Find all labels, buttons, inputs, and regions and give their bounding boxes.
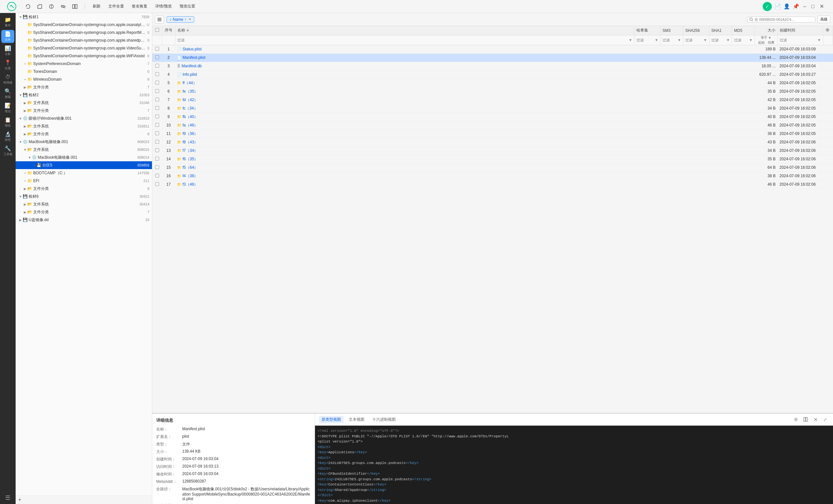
maximize-btn[interactable]: □ [810, 4, 816, 9]
tree-item[interactable]: + 📁 BOOTCAMP（C:） 147936 [16, 169, 152, 177]
tree-item[interactable]: – 💾 分区5 659859 [16, 161, 152, 169]
tree-item[interactable]: 📁 SysSharedContainerDomain-systemgroup.c… [16, 21, 152, 29]
tree-toggle[interactable]: ▶ [23, 101, 27, 105]
sidebar-item-search[interactable]: 🔍 搜索 [1, 87, 14, 100]
user-icon[interactable]: 👤 [784, 3, 790, 9]
row-check[interactable] [152, 62, 162, 70]
row-checkbox[interactable] [155, 157, 159, 161]
folder-link[interactable]: f7（34） [183, 148, 198, 153]
sidebar-item-timeline[interactable]: ⏱ 时间线 [1, 73, 14, 86]
folder-link[interactable]: fd（42） [183, 98, 198, 102]
table-row[interactable]: 7 📁fd（42） 42 B 2024-07-09 16:02:05 [152, 96, 833, 104]
tree-toggle-windows_img[interactable]: ▼ [18, 117, 23, 120]
list-view-btn[interactable] [155, 16, 164, 23]
preview-tab-hex[interactable]: 十六进制视图 [370, 416, 398, 423]
tree-toggle[interactable]: ▶ [23, 203, 27, 206]
select-all-checkbox[interactable] [155, 28, 159, 32]
row-check[interactable] [152, 155, 162, 163]
row-check[interactable] [152, 70, 162, 79]
preview-tab-text[interactable]: 文本视图 [346, 416, 367, 423]
tree-toggle[interactable]: ▶ [23, 187, 27, 191]
tree-item[interactable]: 📁 SysSharedContainerDomain-systemgroup.c… [16, 36, 152, 44]
close-btn[interactable]: ✕ [818, 3, 825, 9]
tree-toggle-jiancha1[interactable]: ▼ [18, 15, 23, 19]
sidebar-item-location[interactable]: 📍 位置 [1, 58, 14, 72]
tree-group-jiancha1[interactable]: ▼ 💾 检材1 7839 [16, 13, 152, 21]
row-checkbox[interactable] [155, 89, 159, 93]
tree-group-jiancha2[interactable]: ▼ 💾 检材2 31053 [16, 91, 152, 99]
filter-hash-icon[interactable]: ▼ [655, 38, 658, 42]
tree-add-btn[interactable]: + [18, 497, 21, 503]
folder-link[interactable]: f3（46） [183, 182, 198, 187]
search-input[interactable] [755, 18, 813, 22]
tree-toggle[interactable]: + [23, 179, 27, 183]
tree-toggle[interactable]: + [23, 62, 27, 66]
sidebar-item-research[interactable]: 🔬 研究 [1, 130, 14, 143]
details-preview-btn[interactable]: 详情/预览 [154, 3, 173, 10]
tree-item[interactable]: ▼ 📂 文件系统 808015 [16, 146, 152, 153]
filter-name-icon[interactable]: ▼ [629, 38, 632, 42]
filter-sm3-input[interactable] [663, 38, 677, 42]
refresh-button[interactable] [25, 3, 31, 10]
preview-split-btn[interactable] [802, 415, 810, 423]
filter-sha1-icon[interactable]: ▼ [726, 38, 730, 42]
tree-toggle[interactable]: ▼ [27, 156, 32, 159]
folder-link[interactable]: f9（36） [183, 131, 198, 136]
sign-recover-btn[interactable]: 签名恢复 [130, 3, 149, 10]
tree-item[interactable]: ▶ 📂 文件分类 7 [16, 208, 152, 216]
file-link[interactable]: Info.plist [183, 72, 197, 77]
tree-toggle[interactable]: + [23, 171, 27, 175]
row-checkbox[interactable] [155, 148, 159, 152]
row-checkbox[interactable] [155, 174, 159, 178]
row-check[interactable] [152, 163, 162, 172]
table-row[interactable]: 10 📁fa（46） 46 B 2024-07-09 16:02:05 [152, 121, 833, 129]
file-add-icon[interactable]: 📄 [775, 3, 781, 9]
preview-location-btn[interactable]: 预览位置 [178, 3, 196, 10]
sidebar-item-tools[interactable]: 🔧 工具箱 [1, 144, 14, 157]
folder-link[interactable]: f4（38） [183, 174, 198, 178]
pin-icon[interactable]: 📌 [793, 3, 799, 9]
file-link[interactable]: Status.plist [183, 47, 202, 51]
file-all-btn[interactable]: 文件全显 [107, 3, 125, 10]
folder-link[interactable]: f8（43） [183, 140, 198, 144]
filter-md5-icon[interactable]: ▼ [749, 38, 753, 42]
layout-button[interactable] [72, 3, 78, 10]
row-checkbox[interactable] [155, 140, 159, 144]
tree-item[interactable]: 📁 SysSharedContainerDomain-systemgroup.c… [16, 52, 152, 60]
row-checkbox[interactable] [155, 131, 159, 135]
filter-sm3-icon[interactable]: ▼ [677, 38, 681, 42]
tree-item[interactable]: ▶ 📂 文件系统 31046 [16, 99, 152, 107]
row-checkbox[interactable] [155, 106, 159, 110]
minimize-btn[interactable]: – [802, 4, 807, 9]
tree-toggle[interactable]: ▶ [23, 125, 27, 128]
tree-item[interactable]: 📁 SysSharedContainerDomain-systemgroup.c… [16, 44, 152, 52]
row-check[interactable] [152, 112, 162, 121]
tree-item[interactable]: ▶ 📂 文件分类 8 [16, 185, 152, 193]
tree-item[interactable]: ▶ 📂 文件分类 7 [16, 83, 152, 91]
filter-name-input[interactable] [177, 38, 628, 42]
table-row[interactable]: 12 📁f8（43） 43 B 2024-07-09 16:02:06 [152, 138, 833, 146]
folder-link[interactable]: f6（35） [183, 157, 198, 161]
preview-tab-original[interactable]: 原类型视图 [319, 416, 343, 423]
row-checkbox[interactable] [155, 182, 159, 186]
menu-icon[interactable]: ☰ [5, 494, 10, 501]
table-row[interactable]: 17 📁f3（46） 46 B 2024-07-09 16:02:06 [152, 180, 833, 188]
folder-link[interactable]: ff（44） [183, 81, 197, 85]
row-check[interactable] [152, 45, 162, 53]
tree-group-udisk_img[interactable]: ▶ 💾 U盘镜像.dd 33 [16, 216, 152, 224]
row-check[interactable] [152, 138, 162, 146]
tree-item[interactable]: ▶ 📂 文件分类 8 [16, 130, 152, 138]
size-filter-icon[interactable]: ▼ [768, 36, 771, 40]
advanced-search-btn[interactable]: 高级 [817, 16, 830, 23]
filter-sha1-input[interactable] [711, 38, 725, 42]
table-row[interactable]: 2 📄Manifest.plist 139.44 ... 2024-07-09 … [152, 53, 833, 62]
filter-date-input[interactable] [780, 38, 817, 42]
row-check[interactable] [152, 172, 162, 180]
folder-button[interactable] [37, 3, 43, 10]
table-row[interactable]: 11 📁f9（36） 36 B 2024-07-09 16:02:05 [152, 129, 833, 138]
row-checkbox[interactable] [155, 47, 159, 51]
tree-toggle[interactable]: ▶ [23, 85, 27, 89]
table-row[interactable]: 16 📁f4（38） 38 B 2024-07-09 16:02:06 [152, 172, 833, 180]
row-check[interactable] [152, 121, 162, 129]
table-row[interactable]: 6 📁fe（35） 35 B 2024-07-09 16:02:05 [152, 87, 833, 96]
